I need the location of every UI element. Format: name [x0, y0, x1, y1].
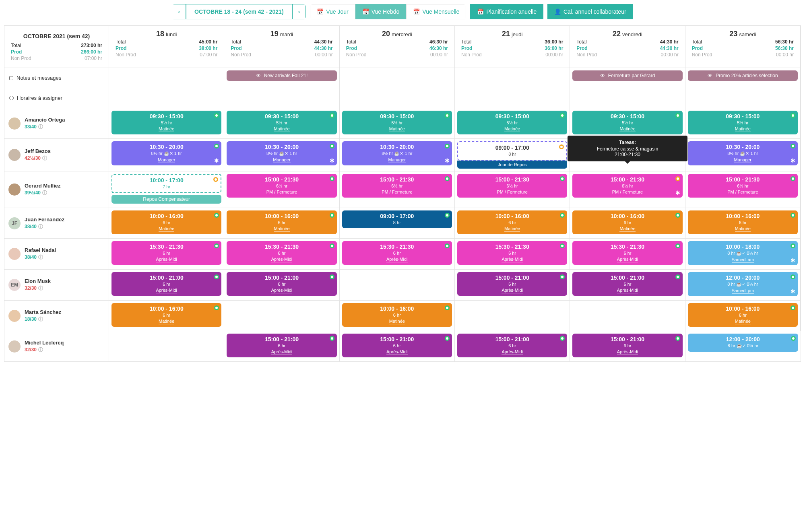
annual-collaborator-button[interactable]: 👤Cal. annuel collaborateur	[547, 4, 633, 19]
day-header-thu: 21jeudi Total36:00 hrProd36:00 hrNon Pro…	[455, 26, 570, 68]
calendar-icon: 📅	[317, 8, 324, 15]
shift-card[interactable]: 12:00 - 20:008 hr ☕✓ 0¼ hr	[688, 334, 798, 352]
unassigned-label: Horaires à assigner	[4, 88, 109, 108]
coffee-icon: ☕✕	[394, 151, 403, 156]
shift-card[interactable]: 10:00 - 16:006 hrMatinée	[572, 210, 682, 234]
calendar-icon: 📅	[413, 8, 420, 15]
shift-card[interactable]: 15:30 - 21:306 hrAprès-Midi	[572, 241, 682, 265]
notes-sat[interactable]: 👁Promo 20% articles sélection	[685, 68, 801, 88]
shift-card[interactable]: 15:00 - 21:306½ hrPM / Fermeture✱	[572, 174, 682, 198]
shift-card[interactable]: 15:00 - 21:006 hrAprès-Midi	[572, 272, 682, 296]
date-range-button[interactable]: OCTOBRE 18 - 24 (sem 42 - 2021)	[186, 4, 292, 19]
shift-card[interactable]: 09:30 - 15:005½ hrMatinée	[572, 111, 682, 134]
view-week-button[interactable]: 📅Vue Hebdo	[355, 4, 407, 19]
coffee-icon: ☕✓	[736, 251, 745, 256]
comp-rest-bar[interactable]: Repos Compensateur	[111, 195, 221, 204]
shift-card[interactable]: 15:00 - 21:306½ hrPM / Fermeture	[227, 174, 336, 198]
shift-card[interactable]: 10:00 - 16:006 hrMatinée	[688, 210, 798, 234]
info-icon: ⓘ	[38, 124, 43, 130]
note-pill[interactable]: 👁Promo 20% articles sélection	[688, 70, 798, 81]
avatar	[8, 310, 21, 322]
shift-card[interactable]: 10:00 - 16:006 hrMatinée	[111, 210, 221, 234]
shift-card-dashed[interactable]: 09:00 - 17:008 hr	[457, 141, 567, 161]
shift-card[interactable]: 10:00 - 16:006 hrMatinée	[227, 210, 336, 234]
day-header-fri: 22vendredi Total44:30 hrProd44:30 hrNon …	[570, 26, 685, 68]
shift-card[interactable]: 10:00 - 16:006 hrMatinée	[457, 210, 567, 234]
toolbar: ‹ OCTOBRE 18 - 24 (sem 42 - 2021) › 📅Vue…	[4, 4, 801, 19]
shift-card[interactable]: 09:30 - 15:005½ hrMatinée	[227, 111, 336, 134]
shift-card[interactable]: 10:30 - 20:008½ hr ☕✕ 1 hrManager✱	[111, 141, 221, 165]
shift-card[interactable]: 15:00 - 21:006 hrAprès-Midi	[227, 272, 336, 296]
person-icon: 👤	[554, 8, 561, 15]
notes-tue[interactable]: 👁New arrivals Fall 21!	[224, 68, 339, 88]
coffee-icon: ☕✕	[164, 151, 173, 156]
prev-week-button[interactable]: ‹	[172, 4, 186, 19]
shift-card[interactable]: 15:00 - 21:306½ hrPM / Fermeture	[688, 174, 798, 198]
shift-card[interactable]: 15:30 - 21:306 hrAprès-Midi	[111, 241, 221, 265]
shift-card[interactable]: 10:00 - 16:006 hrMatinée	[688, 303, 798, 327]
shift-card[interactable]: 10:30 - 20:008½ hr ☕✕ 1 hrManager✱	[342, 141, 452, 165]
shift-card[interactable]: 15:30 - 21:306 hrAprès-Midi	[457, 241, 567, 265]
employee-row: Michel Leclercq32/30ⓘ	[4, 331, 109, 362]
shift-card[interactable]: 15:00 - 21:306½ hrPM / Fermeture	[342, 174, 452, 198]
eye-icon: 👁	[708, 73, 712, 78]
shift-card[interactable]: 09:30 - 15:005½ hrMatinée	[457, 111, 567, 134]
eye-icon: 👁	[256, 73, 261, 78]
shift-card-dashed[interactable]: 10:00 - 17:007 hr	[111, 174, 221, 193]
eye-icon: 👁	[600, 73, 605, 78]
shift-card[interactable]: 15:00 - 21:006 hrAprès-Midi	[457, 272, 567, 296]
annual-planning-button[interactable]: 📅Planification anuelle	[470, 4, 543, 19]
note-pill[interactable]: 👁Fermeture par Gérard	[572, 70, 682, 81]
employee-row: Rafael Nadal38/40ⓘ	[4, 239, 109, 270]
shift-card[interactable]: 15:00 - 21:006 hrAprès-Midi	[342, 334, 452, 357]
star-icon: ✱	[791, 257, 795, 264]
shift-card[interactable]: 09:30 - 15:005½ hrMatinée	[111, 111, 221, 134]
shift-card[interactable]: 15:00 - 21:306½ hrPM / Fermeture	[457, 174, 567, 198]
shift-card[interactable]: 10:00 - 16:006 hrMatinée	[111, 303, 221, 327]
star-icon: ✱	[675, 190, 680, 196]
shift-card[interactable]: 10:00 - 16:006 hrMatinée	[342, 303, 452, 327]
star-icon: ✱	[214, 157, 219, 164]
shift-card[interactable]: 15:00 - 21:006 hrAprès-Midi	[111, 272, 221, 296]
notes-wed[interactable]	[340, 68, 455, 88]
notes-fri[interactable]: 👁Fermeture par Gérard	[570, 68, 685, 88]
calendar-icon: 📅	[362, 8, 369, 15]
employee-row: Marta Sánchez18/30ⓘ	[4, 301, 109, 331]
avatar	[8, 118, 21, 130]
view-month-button[interactable]: 📅Vue Mensuelle	[406, 4, 466, 19]
day-header-mon: 18lundi Total45:00 hrProd38:00 hrNon Pro…	[109, 26, 224, 68]
employee-row: EM Elon Musk32/30ⓘ	[4, 270, 109, 301]
star-icon: ✱	[791, 157, 795, 164]
shift-card[interactable]: 10:30 - 20:008½ hr ☕✕ 1 hrManager✱	[227, 141, 336, 165]
notes-label: Notes et messages	[4, 68, 109, 88]
calendar-icon: 📅	[477, 8, 484, 15]
employee-row: Amancio Ortega33/40ⓘ	[4, 108, 109, 139]
shift-card[interactable]: 15:30 - 21:306 hrAprès-Midi	[227, 241, 336, 265]
shift-card[interactable]: 15:00 - 21:006 hrAprès-Midi	[227, 334, 336, 357]
shift-card[interactable]: 12:00 - 20:008 hr ☕✓ 0¼ hrSamedi pm✱	[688, 272, 798, 296]
employee-row: Jeff Bezos42½/30ⓘ	[4, 139, 109, 171]
week-summary-cell: OCTOBRE 2021 (sem 42) Total273:00 hr Pro…	[4, 26, 109, 68]
view-day-button[interactable]: 📅Vue Jour	[310, 4, 355, 19]
notes-mon[interactable]	[109, 68, 224, 88]
shift-card[interactable]: 09:30 - 15:005½ hrMatinée	[342, 111, 452, 134]
shift-card[interactable]: 15:30 - 21:306 hrAprès-Midi	[342, 241, 452, 265]
info-icon: ⓘ	[38, 224, 43, 229]
next-week-button[interactable]: ›	[292, 4, 306, 19]
info-icon: ⓘ	[42, 190, 47, 196]
info-icon: ⓘ	[38, 254, 43, 260]
shift-card[interactable]: 09:00 - 17:008 hr	[342, 210, 452, 228]
coffee-icon: ☕✓	[737, 343, 746, 348]
avatar: EM	[8, 279, 21, 291]
shift-card[interactable]: 10:30 - 20:008½ hr ☕✕ 1 hrManager✱	[688, 141, 798, 165]
shift-card[interactable]: 15:00 - 21:006 hrAprès-Midi	[457, 334, 567, 357]
star-icon: ✱	[330, 157, 334, 164]
shift-card[interactable]: 10:00 - 18:008 hr ☕✓ 0¼ hrSamedi am✱	[688, 241, 798, 265]
avatar: JF	[8, 217, 21, 229]
info-icon: ⓘ	[38, 316, 43, 322]
shift-card[interactable]: 15:00 - 21:006 hrAprès-Midi	[572, 334, 682, 357]
shift-card[interactable]: 09:30 - 15:005½ hrMatinée	[688, 111, 798, 134]
clock-icon	[9, 96, 14, 100]
notes-thu[interactable]	[455, 68, 570, 88]
note-pill[interactable]: 👁New arrivals Fall 21!	[227, 70, 336, 81]
